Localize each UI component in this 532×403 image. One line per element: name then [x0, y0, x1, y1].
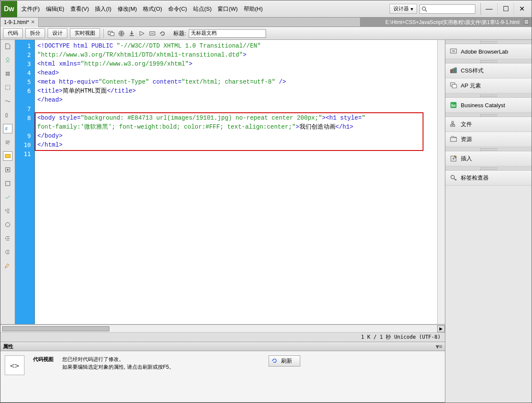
collapse-icon[interactable] — [3, 55, 12, 65]
svg-rect-4 — [110, 33, 114, 36]
svg-rect-16 — [450, 69, 452, 73]
menu-command[interactable]: 命令(C) — [168, 5, 187, 13]
panel-grip[interactable] — [445, 113, 532, 117]
tag-inspector-icon — [450, 174, 457, 182]
menu-modify[interactable]: 修改(M) — [118, 5, 137, 13]
tab-label: 1-9-1.html* — [4, 19, 29, 25]
panel-label: 插入 — [461, 155, 472, 162]
menu-help[interactable]: 帮助(H) — [244, 5, 263, 13]
panel-grip[interactable] — [445, 59, 532, 63]
menu-view[interactable]: 查看(V) — [70, 5, 89, 13]
highlight-invalid-icon[interactable]: # — [3, 124, 12, 133]
menu-insert[interactable]: 插入(I) — [95, 5, 111, 13]
line-number — [15, 96, 31, 105]
window-controls: — ☐ ✕ — [481, 3, 530, 15]
globe-icon[interactable] — [118, 30, 125, 37]
menu-file[interactable]: 文件(F) — [21, 5, 40, 13]
line-number: 4 — [15, 69, 31, 78]
menu-window[interactable]: 窗口(W) — [218, 5, 238, 13]
svg-rect-13 — [6, 181, 10, 186]
close-tab-icon[interactable]: ✕ — [31, 19, 35, 25]
search-icon — [421, 6, 427, 12]
search-field[interactable] — [420, 4, 475, 14]
svg-rect-26 — [450, 138, 456, 141]
editor-row: {} # 1 2 3 — [0, 40, 445, 325]
multiscreen-icon[interactable] — [107, 30, 115, 37]
menu-format[interactable]: 格式(O) — [143, 5, 162, 13]
panel-label: AP 元素 — [461, 82, 481, 90]
vertical-scrollbar[interactable] — [437, 40, 445, 324]
panel-grip[interactable] — [445, 147, 532, 151]
auto-indent-icon[interactable] — [3, 165, 12, 174]
css-icon — [450, 67, 457, 75]
maximize-button[interactable]: ☐ — [497, 3, 514, 15]
line-number: 11 — [15, 150, 31, 159]
main-area: {} # 1 2 3 — [0, 40, 532, 403]
document-title-input[interactable] — [189, 29, 266, 38]
view-split-button[interactable]: 拆分 — [25, 28, 45, 38]
svg-point-28 — [451, 175, 454, 179]
select-parent-icon[interactable] — [3, 83, 12, 92]
panel-insert[interactable]: 插入 — [445, 151, 532, 166]
menu-edit[interactable]: 编辑(E) — [46, 5, 64, 13]
view-live-button[interactable]: 实时视图 — [70, 28, 100, 38]
panel-browserlab[interactable]: Adobe BrowserLab — [445, 44, 532, 59]
editor-column: {} # 1 2 3 — [0, 40, 445, 403]
indent-icon[interactable] — [3, 234, 12, 243]
balance-braces-icon[interactable] — [3, 96, 12, 106]
code-editor[interactable]: <!DOCTYPE html PUBLIC "-//W3C//DTD XHTML… — [35, 40, 437, 324]
insert-icon — [450, 155, 457, 162]
line-number: 7 — [15, 105, 31, 114]
properties-panel-header[interactable]: 属性 ▾≡ — [0, 342, 445, 351]
panel-label: CSS样式 — [461, 67, 484, 75]
download-icon[interactable] — [128, 30, 136, 37]
word-wrap-icon[interactable] — [3, 138, 12, 147]
horizontal-scrollbar[interactable]: ▶ — [0, 325, 445, 332]
recent-icon[interactable] — [3, 192, 12, 202]
close-button[interactable]: ✕ — [514, 3, 530, 15]
panel-ap-elements[interactable]: AP 元素 — [445, 78, 532, 93]
refresh-icon[interactable] — [159, 30, 166, 37]
move-up-icon[interactable] — [3, 206, 12, 216]
gutter-fill — [15, 160, 35, 324]
code-vertical-toolbar: {} # — [0, 40, 15, 324]
ap-icon — [450, 82, 457, 90]
panel-grip[interactable] — [445, 40, 532, 44]
workspace-switcher[interactable]: 设计器 ▾ — [390, 4, 417, 14]
snippets-icon[interactable] — [3, 179, 12, 188]
panel-grip[interactable] — [445, 166, 532, 171]
view-design-button[interactable]: 设计 — [48, 28, 67, 38]
bc-icon: bc — [450, 101, 457, 109]
line-numbers-icon[interactable]: {} — [3, 110, 12, 120]
refresh-button[interactable]: 刷新 — [269, 355, 300, 367]
view-code-button[interactable]: 代码 — [3, 28, 23, 38]
document-tab[interactable]: 1-9-1.html* ✕ — [0, 18, 39, 27]
open-documents-icon[interactable] — [3, 42, 12, 51]
minimize-button[interactable]: — — [481, 3, 497, 15]
outdent-icon[interactable] — [3, 247, 12, 257]
panel-assets[interactable]: 资源 — [445, 132, 532, 147]
format-icon[interactable] — [3, 220, 12, 229]
path-dropdown-icon[interactable] — [524, 19, 529, 24]
svg-text:#: # — [5, 126, 8, 131]
panel-label: Adobe BrowserLab — [461, 48, 508, 55]
syntax-coloring-icon[interactable] — [3, 151, 12, 161]
panel-grip[interactable] — [445, 93, 532, 98]
refresh-icon — [272, 358, 278, 364]
line-number: 2 — [15, 51, 31, 60]
panel-tag-inspector[interactable]: 标签检查器 — [445, 171, 532, 186]
panel-css[interactable]: CSS样式 — [445, 63, 532, 78]
panel-business-catalyst[interactable]: bc Business Catalyst — [445, 98, 532, 113]
svg-rect-17 — [453, 69, 454, 73]
scrollbar-thumb[interactable] — [2, 326, 109, 331]
panel-files[interactable]: 文件 — [445, 117, 532, 132]
expand-all-icon[interactable] — [3, 69, 12, 78]
svg-rect-7 — [6, 85, 10, 90]
svg-text:{}: {} — [5, 113, 8, 117]
options-icon[interactable] — [148, 30, 156, 37]
panel-menu-icon[interactable]: ▾≡ — [436, 343, 442, 350]
menu-site[interactable]: 站点(S) — [193, 5, 212, 13]
preview-icon[interactable] — [138, 30, 146, 37]
comment-icon[interactable] — [3, 261, 12, 271]
scroll-right-icon[interactable]: ▶ — [437, 325, 445, 332]
